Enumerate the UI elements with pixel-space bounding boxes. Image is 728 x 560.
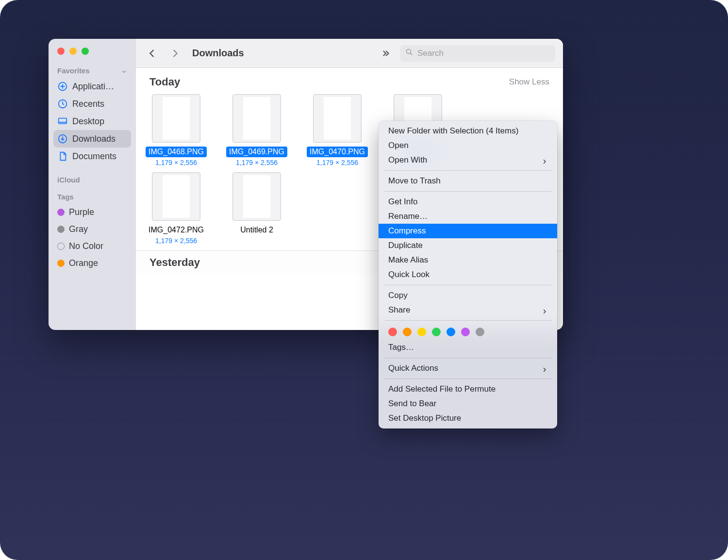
context-menu-item[interactable]: Open With <box>379 153 557 167</box>
context-menu-item[interactable]: Copy <box>379 288 557 303</box>
sidebar-section-icloud-header[interactable]: iCloud <box>53 176 131 187</box>
file-name: IMG_0470.PNG <box>307 147 368 157</box>
sidebar-item-desktop[interactable]: Desktop <box>53 113 131 130</box>
show-less-button[interactable]: Show Less <box>509 77 549 87</box>
context-menu-item-label: Share <box>388 305 410 315</box>
file-name: IMG_0469.PNG <box>226 147 287 157</box>
context-menu-item-label: Open With <box>388 155 427 165</box>
sidebar-item-label: Gray <box>69 224 88 234</box>
context-menu-item-label: Set Desktop Picture <box>388 413 461 423</box>
tag-color-button[interactable] <box>461 328 470 336</box>
sidebar-item-applications[interactable]: Applicati… <box>53 78 131 95</box>
file-thumbnail <box>232 94 281 143</box>
tag-dot-icon <box>57 226 65 233</box>
sidebar-tag-purple[interactable]: Purple <box>53 204 131 221</box>
back-button[interactable] <box>144 45 160 62</box>
context-menu: New Folder with Selection (4 Items)OpenO… <box>379 121 557 428</box>
context-menu-item-label: Duplicate <box>388 241 423 250</box>
search-input[interactable]: Search <box>400 45 555 62</box>
minimize-window-button[interactable] <box>69 48 77 55</box>
sidebar-item-label: Orange <box>69 258 98 268</box>
file-item[interactable]: IMG_0472.PNG1,179 × 2,556 <box>145 172 208 245</box>
context-menu-item[interactable]: New Folder with Selection (4 Items) <box>379 124 557 138</box>
tag-color-button[interactable] <box>417 328 426 336</box>
window-controls <box>57 48 131 55</box>
file-thumbnail <box>152 94 200 143</box>
sidebar-item-label: Desktop <box>72 116 104 127</box>
context-menu-separator <box>384 191 551 192</box>
context-menu-item-label: Make Alias <box>388 255 428 265</box>
context-menu-item[interactable]: Get Info <box>379 195 557 209</box>
context-menu-item[interactable]: Quick Actions <box>379 361 557 376</box>
sidebar-item-label: Applicati… <box>72 82 114 92</box>
sidebar-section-label: iCloud <box>57 176 80 184</box>
file-thumbnail <box>313 94 362 143</box>
file-dimensions: 1,179 × 2,556 <box>155 159 197 166</box>
file-name: IMG_0472.PNG <box>146 225 207 235</box>
context-menu-item-label: Quick Look <box>388 270 430 280</box>
context-menu-item[interactable]: Make Alias <box>379 253 557 267</box>
context-menu-item-label: New Folder with Selection (4 Items) <box>388 126 518 136</box>
file-item[interactable]: IMG_0468.PNG1,179 × 2,556 <box>145 94 208 166</box>
sidebar-item-documents[interactable]: Documents <box>53 148 131 165</box>
context-menu-item[interactable]: Set Desktop Picture <box>379 411 557 426</box>
fullscreen-window-button[interactable] <box>82 48 89 55</box>
sidebar-tag-gray[interactable]: Gray <box>53 221 131 238</box>
context-menu-item[interactable]: Add Selected File to Permute <box>379 382 557 396</box>
app-store-icon <box>57 81 68 92</box>
sidebar-item-downloads[interactable]: Downloads <box>53 130 131 148</box>
location-title: Downloads <box>192 48 244 59</box>
forward-button[interactable] <box>167 45 183 62</box>
file-thumbnail <box>232 172 281 221</box>
context-menu-separator <box>384 285 551 285</box>
sidebar-item-label: No Color <box>69 241 103 251</box>
tag-color-button[interactable] <box>403 328 412 336</box>
sidebar-tag-nocolor[interactable]: No Color <box>53 238 131 255</box>
chevron-right-icon <box>542 157 547 163</box>
tag-dot-icon <box>57 209 65 216</box>
file-thumbnail <box>152 172 200 221</box>
sidebar-section-favorites-header[interactable]: Favorites <box>53 66 131 78</box>
context-menu-item-label: Open <box>388 141 409 150</box>
tag-color-button[interactable] <box>388 328 397 336</box>
context-menu-item[interactable]: Duplicate <box>379 238 557 253</box>
context-menu-item[interactable]: Tags… <box>379 340 557 355</box>
context-menu-item-label: Compress <box>388 226 426 236</box>
sidebar-item-label: Purple <box>69 207 94 217</box>
tag-color-button[interactable] <box>447 328 455 336</box>
sidebar-item-label: Downloads <box>72 134 116 144</box>
file-item[interactable]: Untitled 2 <box>225 172 288 245</box>
context-menu-item[interactable]: Quick Look <box>379 267 557 282</box>
context-menu-item[interactable]: Share <box>379 303 557 317</box>
context-menu-separator <box>384 379 551 379</box>
file-dimensions: 1,179 × 2,556 <box>316 159 358 166</box>
context-menu-separator <box>384 320 551 321</box>
context-menu-item[interactable]: Rename… <box>379 209 557 224</box>
group-today-header: Today Show Less <box>136 71 563 94</box>
context-menu-item[interactable]: Open <box>379 138 557 153</box>
chevron-right-icon <box>542 307 547 313</box>
file-name: IMG_0468.PNG <box>146 147 207 157</box>
file-item[interactable]: IMG_0470.PNG1,179 × 2,556 <box>306 94 369 166</box>
file-item[interactable]: IMG_0469.PNG1,179 × 2,556 <box>225 94 288 166</box>
context-menu-item-label: Move to Trash <box>388 176 441 186</box>
file-dimensions: 1,179 × 2,556 <box>236 159 278 166</box>
context-menu-item[interactable]: Send to Bear <box>379 396 557 411</box>
context-menu-separator <box>384 170 551 171</box>
context-menu-separator <box>384 358 551 358</box>
context-menu-item-label: Send to Bear <box>388 399 436 409</box>
context-menu-item-label: Get Info <box>388 197 417 207</box>
chevron-down-icon <box>121 68 127 74</box>
sidebar-section-tags-header[interactable]: Tags <box>53 193 131 204</box>
close-window-button[interactable] <box>57 48 65 55</box>
context-menu-item[interactable]: Move to Trash <box>379 174 557 188</box>
tag-color-button[interactable] <box>476 328 484 336</box>
tag-color-button[interactable] <box>432 328 441 336</box>
search-placeholder: Search <box>417 49 444 58</box>
sidebar-item-recents[interactable]: Recents <box>53 95 131 113</box>
toolbar-overflow-button[interactable] <box>379 48 393 59</box>
context-menu-item[interactable]: Compress <box>379 224 557 238</box>
sidebar-item-label: Documents <box>72 151 116 162</box>
sidebar-tag-orange[interactable]: Orange <box>53 255 131 272</box>
group-title: Today <box>149 76 180 88</box>
